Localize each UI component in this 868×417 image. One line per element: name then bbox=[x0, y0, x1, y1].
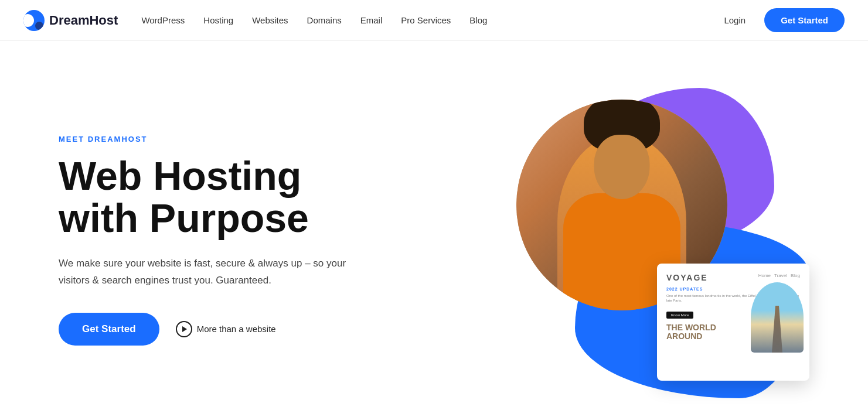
hero-section: MEET DREAMHOST Web Hosting with Purpose … bbox=[0, 41, 868, 417]
nav-item-domains[interactable]: Domains bbox=[307, 15, 342, 25]
nav-item-websites[interactable]: Websites bbox=[252, 15, 288, 25]
nav-item-wordpress[interactable]: WordPress bbox=[141, 15, 185, 25]
nav-item-hosting[interactable]: Hosting bbox=[203, 15, 233, 25]
card-nav-blog: Blog bbox=[791, 273, 800, 278]
hero-actions: Get Started More than a website bbox=[59, 313, 422, 346]
card-big-line2: AROUND bbox=[666, 331, 702, 341]
card-nav-home: Home bbox=[758, 273, 771, 278]
more-than-website-link[interactable]: More than a website bbox=[176, 321, 276, 337]
hero-title-line1: Web Hosting bbox=[59, 153, 301, 198]
play-icon bbox=[176, 321, 192, 337]
card-nav: Home Travel Blog bbox=[758, 273, 800, 278]
nav-item-email[interactable]: Email bbox=[360, 15, 383, 25]
login-button[interactable]: Login bbox=[717, 11, 753, 30]
main-nav: DreamHost WordPress Hosting Websites Dom… bbox=[0, 0, 868, 41]
get-started-hero-button[interactable]: Get Started bbox=[59, 313, 159, 346]
hero-subtitle: We make sure your website is fast, secur… bbox=[59, 255, 363, 289]
card-nav-travel: Travel bbox=[774, 273, 787, 278]
hero-right: VOYAGE Home Travel Blog 2022 UPDATES One… bbox=[422, 76, 821, 404]
nav-item-blog[interactable]: Blog bbox=[469, 15, 487, 25]
logo-text: DreamHost bbox=[49, 13, 118, 28]
nav-right: Login Get Started bbox=[717, 8, 845, 32]
hero-left: MEET DREAMHOST Web Hosting with Purpose … bbox=[59, 135, 422, 346]
more-than-website-label: More than a website bbox=[197, 324, 276, 334]
nav-left: DreamHost WordPress Hosting Websites Dom… bbox=[23, 10, 487, 31]
card-image bbox=[751, 282, 804, 353]
hero-title: Web Hosting with Purpose bbox=[59, 155, 422, 239]
card-title: VOYAGE bbox=[666, 273, 708, 282]
card-header: VOYAGE Home Travel Blog bbox=[666, 273, 800, 282]
logo-icon bbox=[23, 10, 45, 31]
logo-link[interactable]: DreamHost bbox=[23, 10, 118, 31]
nav-item-pro-services[interactable]: Pro Services bbox=[401, 15, 451, 25]
hero-eyebrow: MEET DREAMHOST bbox=[59, 135, 422, 143]
nav-links: WordPress Hosting Websites Domains Email… bbox=[141, 15, 487, 26]
eiffel-tower-icon bbox=[768, 306, 786, 353]
card-big-line1: THE WORLD bbox=[666, 323, 716, 332]
get-started-nav-button[interactable]: Get Started bbox=[764, 8, 845, 32]
face-decoration bbox=[594, 135, 649, 199]
card-know-more-button[interactable]: Know More bbox=[666, 312, 693, 319]
website-card: VOYAGE Home Travel Blog 2022 UPDATES One… bbox=[657, 264, 809, 381]
hero-title-line2: with Purpose bbox=[59, 196, 309, 240]
